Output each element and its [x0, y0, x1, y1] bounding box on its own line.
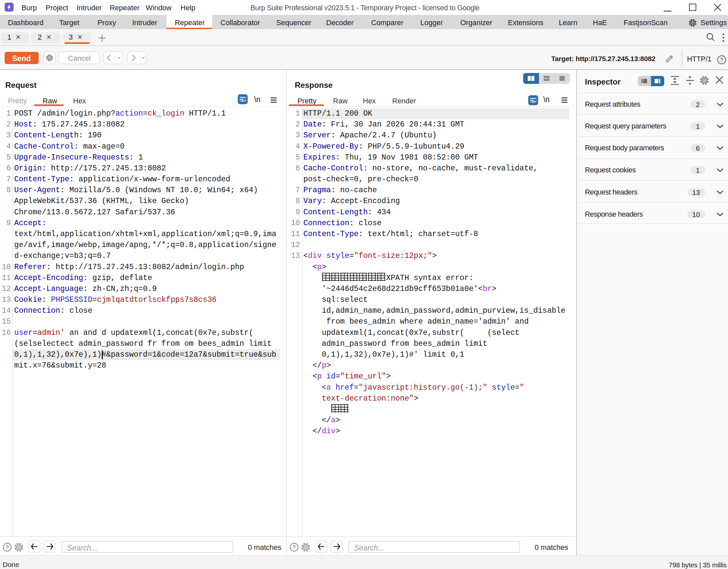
svg-text:?: ? [292, 544, 296, 550]
svg-text:?: ? [720, 57, 723, 63]
svg-text:?: ? [6, 544, 9, 550]
